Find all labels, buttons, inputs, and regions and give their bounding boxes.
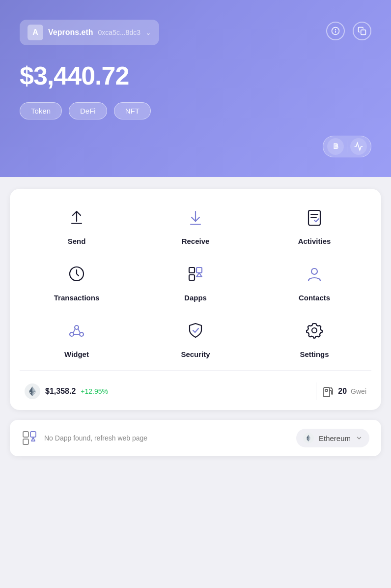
chevron-down-icon: ⌄ (145, 29, 151, 36)
widget-label: Widget (64, 350, 89, 358)
gas-section: 20 Gwei (322, 385, 366, 397)
send-label: Send (68, 237, 86, 245)
tab-nft[interactable]: NFT (114, 102, 151, 119)
activities-label: Activities (298, 237, 331, 245)
gas-value: 20 (338, 387, 347, 396)
action-card: Send Receive (10, 189, 381, 410)
receive-icon (182, 204, 209, 231)
svg-line-20 (73, 329, 75, 333)
dapp-bar: No Dapp found, refresh web page Ethereum (10, 420, 381, 456)
chevron-down-icon (356, 435, 363, 441)
network-name: Ethereum (319, 434, 351, 442)
widget-button[interactable]: Widget (20, 317, 134, 358)
eth-price-value: $1,358.2 (45, 387, 76, 396)
info-divider (316, 382, 316, 400)
security-label: Security (181, 350, 210, 358)
security-icon (182, 317, 209, 344)
settings-label: Settings (300, 350, 329, 358)
svg-marker-15 (196, 273, 202, 277)
action-grid: Send Receive (15, 204, 376, 358)
copy-button[interactable] (353, 22, 371, 40)
send-button[interactable]: Send (20, 204, 134, 245)
activities-button[interactable]: Activities (257, 204, 371, 245)
svg-rect-3 (361, 30, 366, 35)
eth-price-section: $1,358.2 +12.95% (25, 383, 310, 399)
contacts-icon (301, 260, 328, 288)
network-selector[interactable]: Ethereum (296, 429, 369, 447)
header-section: A Veprons.eth 0xca5c...8dc3 ⌄ $3,4 (0, 0, 391, 177)
settings-icon (301, 317, 328, 344)
send-icon (63, 204, 90, 231)
svg-rect-32 (325, 389, 328, 391)
eth-logo-icon (25, 383, 40, 399)
contacts-label: Contacts (299, 294, 330, 302)
svg-marker-36 (31, 438, 35, 441)
settings-button[interactable]: Settings (257, 317, 371, 358)
address-bar[interactable]: A Veprons.eth 0xca5c...8dc3 ⌄ (20, 20, 159, 45)
receive-label: Receive (182, 237, 210, 245)
svg-point-23 (312, 328, 317, 333)
dapps-icon (182, 260, 209, 288)
svg-point-16 (311, 268, 317, 274)
header-actions (326, 22, 371, 40)
dapp-left: No Dapp found, refresh web page (22, 430, 147, 446)
transactions-icon (63, 260, 90, 288)
activities-icon (301, 204, 328, 231)
dapp-message: No Dapp found, refresh web page (44, 434, 147, 442)
wallet-name: Veprons.eth (48, 28, 93, 37)
avatar: A (28, 25, 43, 40)
eth-change-value: +12.95% (81, 387, 108, 395)
tab-defi[interactable]: DeFi (69, 102, 107, 119)
svg-rect-14 (189, 275, 195, 280)
svg-line-21 (78, 329, 80, 333)
dapps-button[interactable]: Dapps (139, 260, 252, 302)
partner-chart-icon[interactable] (350, 138, 367, 155)
wallet-address: 0xca5c...8dc3 (98, 29, 140, 36)
svg-rect-12 (189, 267, 195, 273)
receive-button[interactable]: Receive (139, 204, 252, 245)
tab-token[interactable]: Token (20, 102, 62, 119)
gas-unit: Gwei (351, 387, 366, 395)
transactions-label: Transactions (54, 294, 100, 302)
gas-icon (322, 385, 334, 397)
svg-rect-13 (196, 267, 202, 273)
svg-rect-34 (30, 432, 36, 437)
balance-display: $3,440.72 (20, 61, 371, 90)
main-content: Send Receive (0, 177, 391, 468)
action-divider (20, 370, 371, 371)
filter-tabs: Token DeFi NFT 𝔹 (20, 102, 371, 119)
ethereum-logo-icon (303, 433, 314, 443)
svg-rect-35 (23, 439, 28, 444)
security-button[interactable]: Security (139, 317, 252, 358)
transactions-button[interactable]: Transactions (20, 260, 134, 302)
partner-icons: 𝔹 (323, 136, 371, 157)
dapp-grid-icon (22, 430, 37, 446)
info-bar: $1,358.2 +12.95% 20 Gwei (15, 382, 376, 400)
contacts-button[interactable]: Contacts (257, 260, 371, 302)
widget-icon (63, 317, 90, 344)
dapps-label: Dapps (184, 294, 207, 302)
info-button[interactable] (326, 22, 345, 40)
svg-rect-33 (23, 432, 28, 437)
partner-b-icon[interactable]: 𝔹 (327, 138, 344, 155)
